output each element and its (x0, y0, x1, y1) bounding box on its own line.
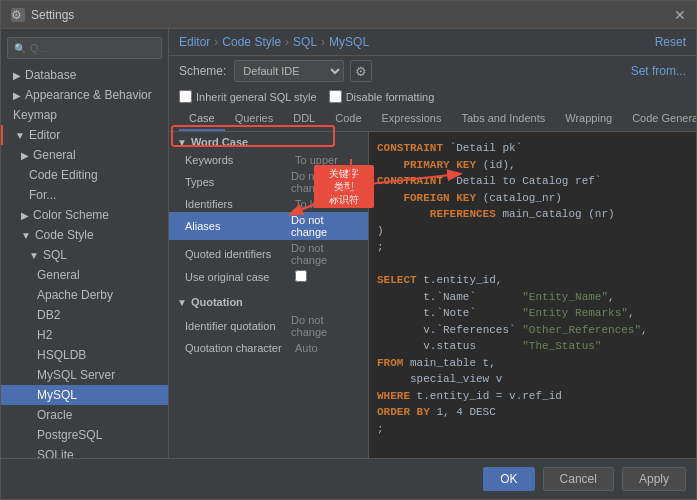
sidebar-item-database[interactable]: ▶ Database (1, 65, 168, 85)
reset-link[interactable]: Reset (655, 35, 686, 49)
row-identifier-quotation[interactable]: Identifier quotation Do not change (169, 312, 368, 340)
breadcrumb-sep1: › (214, 35, 218, 49)
use-original-checkbox[interactable] (295, 270, 307, 282)
row-quoted-identifiers[interactable]: Quoted identifiers Do not change (169, 240, 368, 268)
settings-icon: ⚙ (11, 8, 25, 22)
code-line-17: ORDER BY 1, 4 DESC (377, 404, 688, 421)
tab-case[interactable]: Case (179, 107, 225, 131)
inherit-checkbox[interactable] (179, 90, 192, 103)
expand-icon: ▶ (21, 150, 29, 161)
sidebar-item-hsqldb[interactable]: HSQLDB (1, 345, 168, 365)
keywords-value: To upper (295, 154, 338, 166)
sidebar-item-mysql[interactable]: MySQL (1, 385, 168, 405)
sidebar-item-mysql-server[interactable]: MySQL Server (1, 365, 168, 385)
sidebar-item-sql[interactable]: ▼ SQL (1, 245, 168, 265)
quotation-char-value: Auto (295, 342, 318, 354)
types-value: Do not change (291, 170, 360, 194)
sidebar-item-apache-derby[interactable]: Apache Derby (1, 285, 168, 305)
sidebar-item-code-editing[interactable]: Code Editing (1, 165, 168, 185)
breadcrumb-sql[interactable]: SQL (293, 35, 317, 49)
word-case-header: ▼ Word Case (169, 132, 368, 152)
sidebar-label-mysql-server: MySQL Server (37, 368, 115, 382)
code-line-13: v.status "The_Status" (377, 338, 688, 355)
breadcrumb-bar: Editor › Code Style › SQL › MySQL Reset (169, 29, 696, 56)
code-line-5: REFERENCES main_catalog (nr) (377, 206, 688, 223)
disable-checkbox[interactable] (329, 90, 342, 103)
bottom-bar: OK Cancel Apply (1, 458, 696, 499)
row-keywords[interactable]: Keywords To upper (169, 152, 368, 168)
panel-content: ▼ Word Case Keywords To upper Types Do n… (169, 132, 696, 458)
sidebar-item-color-scheme[interactable]: ▶ Color Scheme (1, 205, 168, 225)
row-use-original-case[interactable]: Use original case (169, 268, 368, 286)
scheme-select[interactable]: Default IDE (234, 60, 344, 82)
word-case-toggle[interactable]: ▼ (177, 137, 187, 148)
tab-code-generation[interactable]: Code Generation (622, 107, 696, 131)
keywords-label: Keywords (185, 154, 295, 166)
row-identifiers[interactable]: Identifiers To lower (169, 196, 368, 212)
code-line-14: FROM main_table t, (377, 355, 688, 372)
expand-icon: ▶ (21, 210, 29, 221)
disable-label: Disable formatting (346, 91, 435, 103)
sidebar-item-appearance[interactable]: ▶ Appearance & Behavior (1, 85, 168, 105)
ok-button[interactable]: OK (483, 467, 534, 491)
title-bar: ⚙ Settings ✕ (1, 1, 696, 29)
quotation-char-label: Quotation character (185, 342, 295, 354)
sidebar-item-sqlite[interactable]: SQLite (1, 445, 168, 458)
row-quotation-char[interactable]: Quotation character Auto (169, 340, 368, 356)
set-from-link[interactable]: Set from... (631, 64, 686, 78)
row-aliases[interactable]: Aliases Do not change (169, 212, 368, 240)
code-line-10: t.`Name` "Entity_Name", (377, 289, 688, 306)
sidebar-item-editor[interactable]: ▼ Editor (1, 125, 168, 145)
search-box[interactable]: 🔍 Q... (7, 37, 162, 59)
sidebar-item-h2[interactable]: H2 (1, 325, 168, 345)
sidebar-label-for: For... (29, 188, 56, 202)
inherit-row: Inherit general SQL style Disable format… (169, 86, 696, 107)
sidebar-item-general[interactable]: ▶ General (1, 145, 168, 165)
close-button[interactable]: ✕ (674, 7, 686, 23)
row-types[interactable]: Types Do not change (169, 168, 368, 196)
inherit-checkbox-label[interactable]: Inherit general SQL style (179, 90, 317, 103)
disable-checkbox-label[interactable]: Disable formatting (329, 90, 435, 103)
identifiers-value: To lower (295, 198, 336, 210)
main-content: 🔍 Q... ▶ Database ▶ Appearance & Behavio… (1, 29, 696, 458)
breadcrumb-mysql[interactable]: MySQL (329, 35, 369, 49)
breadcrumb-sep2: › (285, 35, 289, 49)
expand-icon: ▼ (29, 250, 39, 261)
quoted-identifiers-label: Quoted identifiers (185, 248, 291, 260)
aliases-label: Aliases (185, 220, 291, 232)
breadcrumb-code-style[interactable]: Code Style (222, 35, 281, 49)
sidebar-label-color-scheme: Color Scheme (33, 208, 109, 222)
sidebar-item-postgresql[interactable]: PostgreSQL (1, 425, 168, 445)
sidebar-label-sql-general: General (37, 268, 80, 282)
tab-code[interactable]: Code (325, 107, 371, 131)
code-line-18: ; (377, 421, 688, 438)
sidebar-item-oracle[interactable]: Oracle (1, 405, 168, 425)
sidebar-item-code-style[interactable]: ▼ Code Style (1, 225, 168, 245)
breadcrumb-editor[interactable]: Editor (179, 35, 210, 49)
code-line-2: PRIMARY KEY (id), (377, 157, 688, 174)
cancel-button[interactable]: Cancel (543, 467, 614, 491)
sidebar-item-for[interactable]: For... (1, 185, 168, 205)
sidebar-item-db2[interactable]: DB2 (1, 305, 168, 325)
tab-wrapping[interactable]: Wrapping (555, 107, 622, 131)
tab-ddl[interactable]: DDL (283, 107, 325, 131)
sidebar: 🔍 Q... ▶ Database ▶ Appearance & Behavio… (1, 29, 169, 458)
quotation-toggle[interactable]: ▼ (177, 297, 187, 308)
sidebar-label-keymap: Keymap (13, 108, 57, 122)
sidebar-label-db2: DB2 (37, 308, 60, 322)
sidebar-item-sql-general[interactable]: General (1, 265, 168, 285)
tab-queries[interactable]: Queries (225, 107, 284, 131)
expand-icon: ▶ (13, 90, 21, 101)
settings-dialog: ⚙ Settings ✕ 🔍 Q... ▶ Database ▶ Appeara… (0, 0, 697, 500)
code-line-15: special_view v (377, 371, 688, 388)
apply-button[interactable]: Apply (622, 467, 686, 491)
code-preview: CONSTRAINT `Detail pk` PRIMARY KEY (id),… (369, 132, 696, 458)
expand-icon: ▶ (13, 70, 21, 81)
gear-button[interactable]: ⚙ (350, 60, 372, 82)
tab-expressions[interactable]: Expressions (372, 107, 452, 131)
right-panel: Editor › Code Style › SQL › MySQL Reset … (169, 29, 696, 458)
code-line-11: t.`Note` "Entity Remarks", (377, 305, 688, 322)
tab-tabs-and-indents[interactable]: Tabs and Indents (451, 107, 555, 131)
identifier-quotation-label: Identifier quotation (185, 320, 291, 332)
sidebar-item-keymap[interactable]: Keymap (1, 105, 168, 125)
